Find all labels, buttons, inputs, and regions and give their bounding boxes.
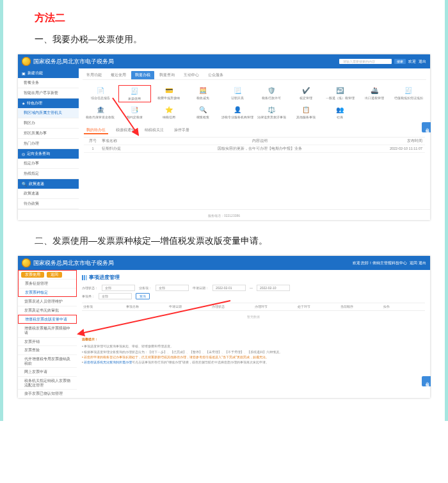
step-1: 一、我要办税—发票使用。 bbox=[35, 34, 448, 45]
logout-link[interactable]: 返回 退出 bbox=[410, 260, 426, 266]
sidebar-item[interactable]: 我区域内所属主管机关 bbox=[18, 108, 79, 118]
app-header: 国家税务总局北京市电子税务局 欢迎 您好！依纳主管报科技中心 返回 退出 bbox=[18, 256, 430, 270]
date-to[interactable]: 2022-02-10 bbox=[257, 285, 290, 291]
subtab-todo[interactable]: 我的待办任 bbox=[84, 127, 108, 134]
sidebar-item[interactable]: 政策速递 bbox=[18, 189, 79, 199]
app-item[interactable]: 📋其他服务事项 bbox=[289, 104, 323, 120]
app-item[interactable]: ✔️核定管理 bbox=[289, 85, 323, 102]
sidebar-item[interactable]: 税务机关指定纳税人发票物流配送管理 bbox=[18, 376, 77, 389]
doc-icon: 📄 bbox=[96, 86, 105, 95]
app-item[interactable]: 🧮税收减免 bbox=[187, 85, 220, 102]
sidebar-item[interactable]: 发票及证书无效审批 bbox=[18, 306, 77, 315]
footer-text: 服务电话：022123386 bbox=[18, 209, 430, 220]
bars-icon bbox=[82, 275, 87, 280]
subtab-follow[interactable]: 纳税税关注 bbox=[142, 127, 166, 134]
sidebar-item[interactable]: 发票查验 bbox=[18, 345, 77, 354]
screenshot-1: 国家税务总局北京市电子税务局 请输入需要搜索的内容 搜索 欢迎 退出 ▣ 新建功… bbox=[18, 54, 430, 220]
sidebar-item[interactable]: 热门办理 bbox=[18, 139, 79, 149]
search-icon: 🔍 bbox=[22, 182, 27, 187]
search-button[interactable]: 搜索 bbox=[394, 59, 406, 64]
app-item-invoice[interactable]: 🧾发票使用 bbox=[118, 85, 152, 102]
sidebar-item[interactable]: 代开增值税专用发票缴纳及税款 bbox=[18, 354, 77, 367]
sidebar-item[interactable]: 网上发票申请 bbox=[18, 367, 77, 376]
decor-right bbox=[445, 0, 448, 421]
app-item[interactable]: 📑预约定税录 bbox=[118, 104, 152, 120]
safe-icon: 🏦 bbox=[96, 106, 105, 115]
search-input[interactable]: 请输入需要搜索的内容 bbox=[339, 59, 392, 64]
sidebar-item-invoice-type[interactable]: 发票票种核定 bbox=[19, 288, 76, 297]
app-item[interactable]: 🛡️税务行政许可 bbox=[255, 85, 289, 102]
sidebar-item[interactable]: 郑区所属办事 bbox=[18, 129, 79, 139]
tab-public[interactable]: 公众服务 bbox=[204, 71, 227, 79]
select-status[interactable]: 全部 bbox=[102, 285, 135, 291]
sidebar-item[interactable]: 票务征据管理 bbox=[19, 279, 76, 288]
law-icon: ⚖️ bbox=[267, 106, 276, 115]
help-floater[interactable]: 在线咨办 bbox=[422, 122, 431, 132]
logout-link[interactable]: 退出 bbox=[419, 59, 426, 65]
app-item[interactable]: 🔍稽查检查 bbox=[187, 104, 220, 120]
sidebar-item[interactable]: 待办政策 bbox=[18, 199, 79, 209]
filter-bar: 办理状态： 全部 业务项： 全部 申请日期： 2022-02-01 — 2022… bbox=[82, 285, 425, 291]
step-2: 二、发票使用—发票票种核定—增值税发票改版变量申请。 bbox=[35, 235, 448, 247]
app-item[interactable]: 📃证明开具 bbox=[221, 85, 254, 102]
sidebar-item[interactable]: 热线指定 bbox=[18, 169, 79, 179]
sidebar-item[interactable]: 套餐业务 bbox=[18, 78, 79, 88]
subtab-manual[interactable]: 操作手册 bbox=[172, 127, 192, 134]
screenshot-2: 国家税务总局北京市电子税务局 欢迎 您好！依纳主管报科技中心 返回 退出 发票使… bbox=[18, 256, 430, 398]
table-row[interactable]: 1 征期扫办提 因核实容的更新，去年可办理【电期办中报】业务 2022-02-1… bbox=[84, 145, 425, 153]
app-item[interactable]: 💳税费申报及缴纳 bbox=[152, 85, 186, 102]
refund-icon: ↩️ bbox=[335, 86, 344, 95]
app-item[interactable]: 🧾增值税抵扣凭证抵扣 bbox=[392, 85, 426, 102]
app-item[interactable]: 👥社保 bbox=[324, 104, 357, 120]
sidebar-item[interactable]: 发票开销 bbox=[18, 337, 77, 346]
app-item[interactable]: ↩️一般退（抵）税管理 bbox=[324, 85, 357, 102]
app-item[interactable]: ⚖️法律追责及救济事项 bbox=[255, 104, 289, 120]
other-icon: 📋 bbox=[301, 106, 310, 115]
select-cat[interactable]: 全部 bbox=[99, 293, 132, 299]
sidebar-item[interactable]: 货票表述人员管理维护 bbox=[18, 297, 77, 306]
table-header: 业务项 事项名称 申请日期 办理状态 办理环节 处于环节 当前顺序 操作 bbox=[82, 303, 425, 311]
sidebar-item[interactable]: 指定办事 bbox=[18, 159, 79, 169]
tab-recent[interactable]: 最近使用 bbox=[107, 71, 130, 79]
sidebar-section-new[interactable]: ▣ 新建功能 bbox=[18, 68, 79, 78]
app-item[interactable]: 👤涉税专业服务机构管理 bbox=[221, 104, 254, 120]
tax-logo bbox=[22, 57, 31, 66]
sidebar-section-feature[interactable]: ★ 特色办理 bbox=[18, 99, 79, 108]
sidebar-section-query[interactable]: ◎ 定向业务查询 bbox=[18, 149, 79, 159]
sidebar-item[interactable]: 我区办 bbox=[18, 118, 79, 129]
sidebar-btn-back[interactable]: 返回 bbox=[47, 272, 62, 278]
main-area: 事项进度管理 办理状态： 全部 业务项： 全部 申请日期： 2022-02-01… bbox=[77, 270, 430, 398]
tab-query[interactable]: 我要查询 bbox=[156, 71, 179, 79]
target-icon: ◎ bbox=[22, 152, 25, 156]
help-floater[interactable]: 在线咨办 bbox=[422, 376, 431, 386]
service-icon: 👤 bbox=[233, 106, 242, 115]
panel-title: 事项进度管理 bbox=[82, 274, 425, 281]
query-button[interactable]: 查询 bbox=[136, 293, 150, 299]
tab-interact[interactable]: 互动中心 bbox=[180, 71, 203, 79]
subtab-notice[interactable]: 税缴税通知 bbox=[113, 127, 138, 134]
sidebar-item[interactable]: 接手发票已物认知管理 bbox=[18, 389, 77, 398]
app-item[interactable]: ⭐纳税信用 bbox=[152, 104, 186, 120]
tab-common[interactable]: 常用功能 bbox=[83, 71, 106, 79]
star-icon: ★ bbox=[22, 101, 25, 106]
sidebar-section-policy[interactable]: 🔍 政策速递 bbox=[18, 179, 79, 189]
sidebar-item[interactable]: 增值税发票最高开票限额申请 bbox=[18, 324, 77, 337]
app-title: 国家税务总局北京市电子税务局 bbox=[33, 259, 114, 267]
cert-icon: 📃 bbox=[233, 86, 242, 95]
credit-icon: ⭐ bbox=[164, 106, 173, 115]
social-icon: 👥 bbox=[335, 106, 344, 115]
sidebar-item-vat-change[interactable]: 增值税发票改版变量申请 bbox=[18, 315, 77, 324]
sidebar-item[interactable]: 智能在用户尽享新套 bbox=[18, 88, 79, 99]
select-biz[interactable]: 全部 bbox=[156, 285, 189, 291]
money-icon: 💳 bbox=[164, 86, 173, 95]
date-from[interactable]: 2022-02-01 bbox=[212, 285, 246, 291]
reserve-icon: 📑 bbox=[130, 106, 139, 115]
chart-icon: ▣ bbox=[22, 71, 26, 75]
sidebar-btn-invoice[interactable]: 发票使用 bbox=[21, 272, 44, 278]
app-item[interactable]: 🚢出口退税管理 bbox=[358, 85, 391, 102]
tab-do-tax[interactable]: 我要办税 bbox=[131, 71, 154, 79]
app-title: 国家税务总局北京市电子税务局 bbox=[33, 58, 114, 66]
app-item[interactable]: 📄综合信息报告 bbox=[84, 85, 117, 102]
app-item[interactable]: 🏦税收代保管资金收取 bbox=[84, 104, 117, 120]
decor-left bbox=[0, 0, 3, 421]
